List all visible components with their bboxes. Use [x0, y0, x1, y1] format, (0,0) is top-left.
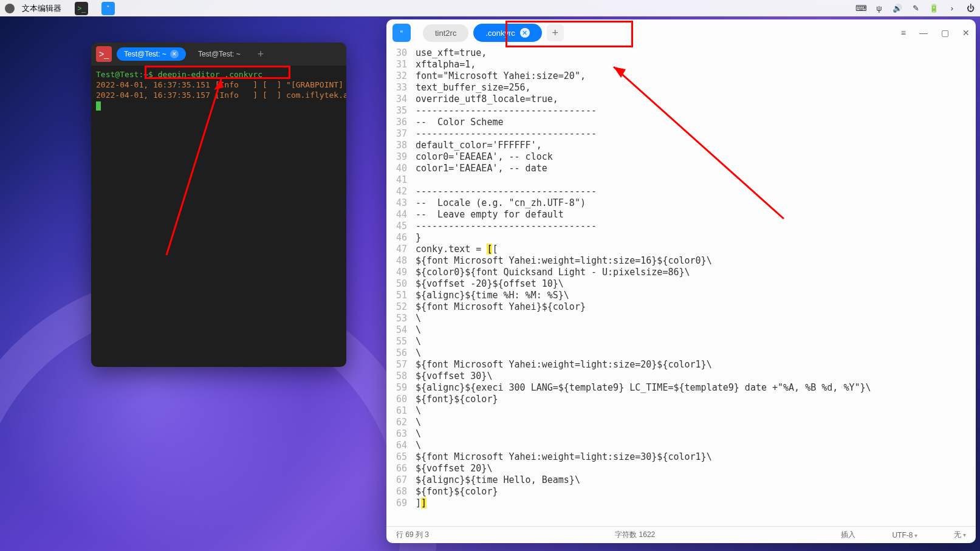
terminal-cursor	[96, 101, 101, 111]
menu-icon[interactable]: ≡	[901, 28, 906, 38]
terminal-tab-2[interactable]: Test@Test: ~	[191, 47, 248, 61]
editor-window[interactable]: “ tint2rc .conkyrc ✕ + ≡ — ▢ ✕ 30 31 32 …	[386, 19, 976, 543]
prompt-path: ~	[143, 70, 148, 79]
terminal-add-tab-button[interactable]: +	[253, 48, 269, 61]
editor-tab-label: .conkyrc	[485, 29, 515, 38]
more-icon[interactable]: ›	[947, 4, 957, 13]
terminal-tab-2-label: Test@Test: ~	[198, 50, 241, 58]
editor-statusbar: 行 69 列 3 字符数 1622 插入 UTF-8 无	[386, 526, 976, 543]
terminal-window[interactable]: >_ Test@Test: ~ ✕ Test@Test: ~ + Test@Te…	[91, 43, 346, 367]
editor-titlebar[interactable]: “ tint2rc .conkyrc ✕ + ≡ — ▢ ✕	[386, 19, 976, 46]
terminal-tab-1[interactable]: Test@Test: ~ ✕	[117, 47, 186, 61]
line-number-gutter: 30 31 32 33 34 35 36 37 38 39 40 41 42 4…	[386, 46, 412, 526]
terminal-tab-1-label: Test@Test: ~	[124, 50, 166, 58]
close-icon[interactable]: ✕	[170, 50, 179, 58]
status-language[interactable]: 无	[954, 530, 966, 540]
system-tray: ⌨ ψ 🔊 ✎ 🔋 › ⏻	[856, 4, 975, 13]
keyboard-icon[interactable]: ⌨	[856, 4, 866, 13]
status-insert-mode[interactable]: 插入	[841, 530, 855, 540]
sound-icon[interactable]: 🔊	[893, 4, 902, 13]
close-icon[interactable]: ✕	[520, 28, 530, 38]
editor-tab-conkyrc[interactable]: .conkyrc ✕	[473, 24, 541, 42]
terminal-command: deepin-editor .conkyrc	[158, 70, 262, 79]
system-topbar: 文本编辑器 >_ “ ⌨ ψ 🔊 ✎ 🔋 › ⏻	[0, 0, 980, 16]
editor-body[interactable]: 30 31 32 33 34 35 36 37 38 39 40 41 42 4…	[386, 46, 976, 526]
editor-add-tab-button[interactable]: +	[547, 24, 564, 41]
editor-tab-tint2rc[interactable]: tint2rc	[423, 24, 468, 42]
close-button[interactable]: ✕	[962, 28, 970, 38]
taskbar-editor-icon[interactable]: “	[101, 2, 115, 15]
taskbar-terminal-icon[interactable]: >_	[75, 2, 88, 15]
terminal-log-line: 2022-04-01, 16:37:35.157 [Info ] [ ] com…	[96, 91, 346, 100]
terminal-tabbar: >_ Test@Test: ~ ✕ Test@Test: ~ +	[91, 43, 346, 66]
usb-icon[interactable]: ψ	[874, 4, 884, 13]
status-position[interactable]: 行 69 列 3	[396, 530, 429, 540]
power-icon[interactable]: ⏻	[965, 4, 975, 13]
edit-tray-icon[interactable]: ✎	[911, 4, 920, 13]
prompt-sym: $	[148, 70, 153, 79]
app-title: 文本编辑器	[22, 3, 61, 14]
code-area[interactable]: use_xft=true, xftalpha=1, font="Microsof…	[412, 46, 976, 526]
status-charcount: 字符数 1622	[615, 530, 655, 540]
terminal-body[interactable]: Test@Test:~$ deepin-editor .conkyrc 2022…	[91, 66, 346, 114]
battery-icon[interactable]: 🔋	[929, 4, 939, 13]
deepin-logo-icon[interactable]	[5, 4, 15, 13]
editor-tab-label: tint2rc	[435, 29, 456, 38]
terminal-log-line: 2022-04-01, 16:37:35.151 [Info ] [ ] "[G…	[96, 80, 343, 89]
minimize-button[interactable]: —	[919, 28, 928, 38]
terminal-app-icon: >_	[96, 46, 112, 62]
prompt-user: Test@Test	[96, 70, 139, 79]
status-encoding[interactable]: UTF-8	[892, 531, 917, 539]
editor-app-icon: “	[392, 24, 411, 42]
maximize-button[interactable]: ▢	[941, 28, 949, 38]
